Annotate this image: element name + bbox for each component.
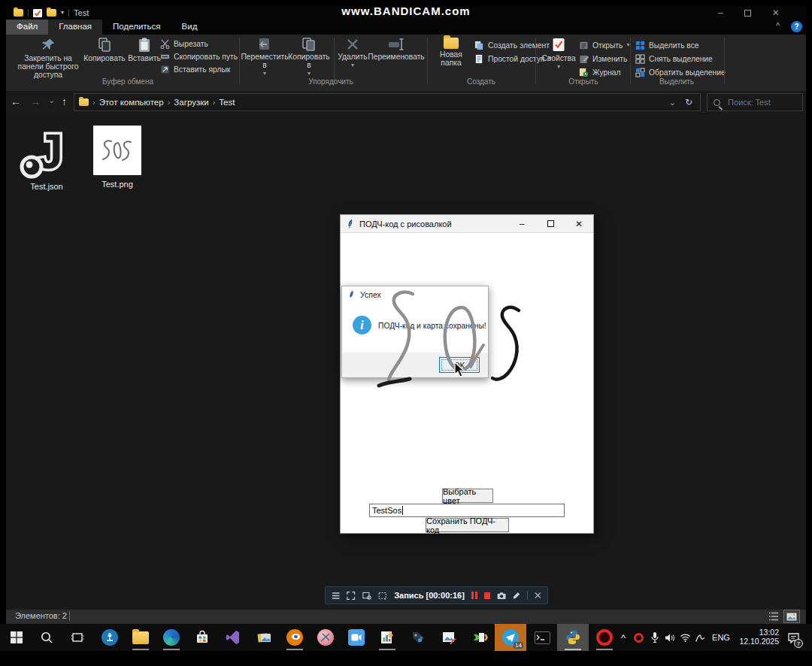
taskbar-store[interactable] xyxy=(187,624,217,651)
properties-button[interactable]: Свойства ▾ xyxy=(540,38,577,70)
app-maximize-button[interactable] xyxy=(536,220,565,227)
copy-to-button[interactable]: Копировать в ▾ xyxy=(288,38,330,77)
history-label: Журнал xyxy=(592,68,621,77)
address-dropdown-icon[interactable]: ⌄ xyxy=(660,98,685,107)
history-button[interactable]: Журнал xyxy=(579,66,621,78)
start-button[interactable] xyxy=(2,624,32,651)
paste-button[interactable]: Вставить xyxy=(126,38,162,62)
close-toolbar-icon[interactable] xyxy=(535,592,541,599)
taskbar-telegram[interactable]: 14 xyxy=(495,624,526,651)
help-icon[interactable]: ? xyxy=(791,21,802,32)
edit-button[interactable]: Изменить xyxy=(579,53,627,65)
taskbar-app-pink[interactable] xyxy=(311,624,341,651)
select-none-icon xyxy=(635,54,645,64)
new-folder-button[interactable]: Новая папка xyxy=(430,38,472,67)
pin-to-quick-access-button[interactable]: Закрепить на панели быстрого доступа xyxy=(12,38,84,79)
app-close-button[interactable]: ✕ xyxy=(565,219,593,229)
file-item-png[interactable]: Test.png xyxy=(84,122,150,189)
tab-view[interactable]: Вид xyxy=(171,20,208,35)
refresh-icon[interactable]: ↻ xyxy=(685,97,695,107)
search-box[interactable] xyxy=(707,93,803,111)
pause-icon[interactable] xyxy=(471,592,477,599)
recent-locations-icon[interactable]: ⌄ xyxy=(48,95,55,105)
copy-path-label: Скопировать путь xyxy=(174,53,238,61)
delete-button[interactable]: Удалить ▾ xyxy=(338,38,368,68)
taskbar-chart-editor[interactable] xyxy=(372,624,402,651)
tab-file[interactable]: Файл xyxy=(6,20,48,35)
taskbar-visual-studio[interactable] xyxy=(218,624,248,651)
tray-clock[interactable]: 13:02 12.10.2025 xyxy=(737,628,779,646)
choose-color-button[interactable]: Выбрать цвет xyxy=(442,489,493,503)
tray-pen[interactable] xyxy=(690,624,710,651)
cut-button[interactable]: Вырезать xyxy=(160,38,208,50)
restore-button[interactable] xyxy=(744,10,751,17)
code-name-input[interactable]: TestSos xyxy=(369,504,565,517)
dialog-titlebar[interactable]: Успех xyxy=(342,286,488,303)
telegram-badge: 14 xyxy=(514,642,523,649)
info-icon: i xyxy=(353,316,371,335)
collapse-ribbon-icon[interactable]: ^ xyxy=(776,21,780,30)
blender-icon xyxy=(286,629,303,646)
fit-region-icon[interactable] xyxy=(347,591,355,601)
zoom-region-icon[interactable] xyxy=(362,591,371,601)
visual-studio-icon xyxy=(226,630,241,645)
close-button[interactable]: ✕ xyxy=(772,8,780,17)
breadcrumb-test[interactable]: Test xyxy=(219,98,235,107)
crumb-separator-icon: › xyxy=(164,98,174,107)
store-icon xyxy=(195,630,210,645)
taskbar-app-tag[interactable] xyxy=(403,624,433,651)
app-titlebar[interactable]: ПОДЧ-код с рисовалкой – ✕ xyxy=(341,215,593,233)
taskbar-search-button[interactable] xyxy=(32,624,62,651)
rename-icon xyxy=(387,38,405,51)
copy-button[interactable]: Копировать xyxy=(83,38,126,62)
move-to-button[interactable]: Переместить в ▾ xyxy=(243,38,286,77)
move-to-label: Переместить в xyxy=(241,53,288,69)
notification-center-button[interactable]: 7 xyxy=(780,624,806,651)
tag-app-icon xyxy=(411,630,426,645)
taskbar-edge[interactable] xyxy=(156,624,186,651)
breadcrumb-this-pc[interactable]: Этот компьютер xyxy=(99,98,164,107)
taskbar-app-boardgame[interactable] xyxy=(95,624,125,651)
photos-app-icon xyxy=(256,631,272,645)
taskbar-hex-editor[interactable] xyxy=(465,624,495,651)
save-code-button[interactable]: Сохранить ПОДЧ-код xyxy=(426,518,509,532)
paste-icon xyxy=(138,38,151,53)
select-none-button[interactable]: Снять выделение xyxy=(635,53,713,65)
menu-icon[interactable] xyxy=(332,592,340,600)
paste-shortcut-icon xyxy=(160,65,170,74)
screenshot-camera-icon[interactable] xyxy=(497,592,506,600)
select-all-button[interactable]: Выделить все xyxy=(635,39,699,51)
draw-pencil-icon[interactable] xyxy=(513,591,520,600)
task-view-button[interactable] xyxy=(62,624,92,651)
taskbar-photos-app[interactable] xyxy=(249,624,279,651)
paste-shortcut-button[interactable]: Вставить ярлык xyxy=(160,63,230,75)
app-minimize-button[interactable]: – xyxy=(508,219,536,229)
select-region-icon[interactable] xyxy=(378,591,387,601)
taskbar-terminal[interactable] xyxy=(527,624,557,651)
back-button[interactable]: ← xyxy=(11,96,21,107)
taskbar-file-explorer[interactable] xyxy=(126,624,156,651)
tab-share[interactable]: Поделиться xyxy=(102,20,171,35)
invert-selection-button[interactable]: Обратить выделение xyxy=(635,66,726,78)
file-item-json[interactable]: J Test.json xyxy=(11,122,83,191)
taskbar-python-app[interactable] xyxy=(558,624,588,651)
taskbar-screen-recorder[interactable] xyxy=(341,624,371,651)
taskbar-photo-viewer[interactable] xyxy=(434,624,464,651)
ribbon-tab-row: Файл Главная Поделиться Вид xyxy=(6,20,806,35)
mouse-cursor xyxy=(454,362,466,378)
tab-home[interactable]: Главная xyxy=(48,20,102,35)
taskbar-blender[interactable] xyxy=(280,624,310,651)
forward-button[interactable]: → xyxy=(30,96,41,107)
rename-button[interactable]: Переименовать xyxy=(368,38,424,61)
breadcrumb-downloads[interactable]: Загрузки xyxy=(174,98,208,107)
details-view-button[interactable] xyxy=(768,611,779,622)
copy-path-button[interactable]: Скопировать путь xyxy=(160,50,238,62)
thumbnail-view-button[interactable] xyxy=(783,610,800,623)
open-button[interactable]: Открыть ▾ xyxy=(579,39,629,51)
address-bar[interactable]: › Этот компьютер › Загрузки › Test ⌄ ↻ xyxy=(74,93,701,111)
tray-language[interactable]: ENG xyxy=(708,624,734,651)
stop-icon[interactable] xyxy=(484,592,490,599)
minimize-button[interactable]: – xyxy=(718,8,723,17)
search-input[interactable] xyxy=(726,97,794,107)
up-button[interactable]: ↑ xyxy=(62,96,67,107)
